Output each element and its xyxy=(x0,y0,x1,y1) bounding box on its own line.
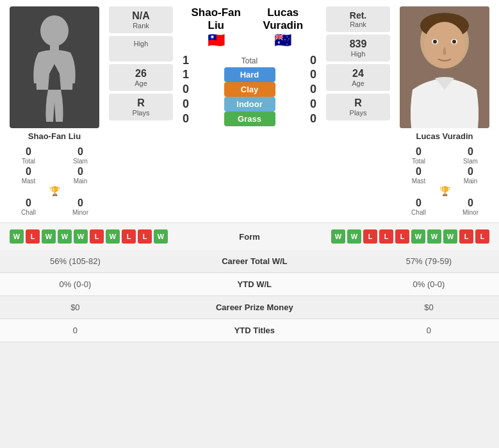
stat-chall-left: 0 Chall xyxy=(3,197,54,216)
comp-left-2: $0 xyxy=(0,296,151,319)
high-box-right: 839 High xyxy=(326,35,390,62)
indoor-button[interactable]: Indoor xyxy=(224,97,275,112)
rank-value-right: Ret. xyxy=(332,10,384,21)
stat-mast-right: 0 Mast xyxy=(393,166,444,185)
form-badge-right-4: L xyxy=(395,229,409,244)
high-value-right: 839 xyxy=(329,38,388,50)
indoor-score-row: 0 Indoor 0 xyxy=(176,97,323,112)
player-left-stats: 0 Total 0 Slam 0 Mast 0 Main 🏆 xyxy=(3,146,106,216)
form-badge-left-9: W xyxy=(154,229,168,244)
hard-button[interactable]: Hard xyxy=(224,67,275,82)
comp-right-3: 0 xyxy=(359,319,499,342)
hard-score-row: 1 Hard 0 xyxy=(176,67,323,82)
form-badge-right-2: L xyxy=(363,229,377,244)
stat-total-left: 0 Total xyxy=(3,146,54,165)
age-box-left: 26 Age xyxy=(109,64,173,91)
stat-minor-left: 0 Minor xyxy=(55,197,106,216)
left-player-name-header: Shao-Fan Liu xyxy=(183,6,250,32)
total-score-row: 1 Total 0 xyxy=(176,54,323,67)
stat-chall-value-right: 0 xyxy=(416,197,421,209)
comparison-table: 56% (105-82) Career Total W/L 57% (79-59… xyxy=(0,250,499,342)
form-badge-right-0: W xyxy=(331,229,345,244)
comp-left-3: 0 xyxy=(0,319,151,342)
high-box-left: High xyxy=(109,36,173,62)
clay-score-left: 0 xyxy=(176,83,195,96)
stat-main-right: 0 Main xyxy=(445,166,496,185)
rank-value-left: N/A xyxy=(111,10,170,22)
rank-label-right: Rank xyxy=(332,21,384,28)
clay-score-row: 0 Clay 0 xyxy=(176,82,323,97)
form-badge-right-6: W xyxy=(427,229,441,244)
comparison-row-3: 0 YTD Titles 0 xyxy=(0,319,499,342)
grass-button[interactable]: Grass xyxy=(224,112,275,126)
stat-main-value-left: 0 xyxy=(78,166,83,178)
stat-mast-value-right: 0 xyxy=(416,166,421,178)
stat-slam-value-left: 0 xyxy=(78,146,83,158)
center-scores: Shao-Fan Liu 🇹🇼 Lucas Vuradin 🇦🇺 1 Total… xyxy=(176,6,323,126)
stat-slam-label-left: Slam xyxy=(73,158,88,165)
stat-minor-label-right: Minor xyxy=(462,209,479,216)
svg-point-8 xyxy=(433,40,437,44)
clay-button[interactable]: Clay xyxy=(224,82,275,97)
stat-minor-value-right: 0 xyxy=(468,197,473,209)
comparison-row-2: $0 Career Prize Money $0 xyxy=(0,296,499,319)
player-info-left: N/A Rank High 26 Age R Plays xyxy=(106,6,176,120)
comp-label-0: Career Total W/L xyxy=(151,250,359,273)
stat-slam-left: 0 Slam xyxy=(55,146,106,165)
svg-point-0 xyxy=(40,15,69,46)
total-score-label: Total xyxy=(195,56,304,65)
form-badge-right-5: W xyxy=(411,229,425,244)
left-flag: 🇹🇼 xyxy=(183,32,250,49)
comparison-row-1: 0% (0-0) YTD W/L 0% (0-0) xyxy=(0,273,499,296)
grass-score-right: 0 xyxy=(304,112,323,126)
high-label-left: High xyxy=(111,40,170,47)
form-badge-left-3: W xyxy=(58,229,72,244)
svg-point-9 xyxy=(452,40,456,44)
comp-label-3: YTD Titles xyxy=(151,319,359,342)
right-name-header: Lucas Vuradin 🇦🇺 xyxy=(250,6,317,49)
right-photo-svg xyxy=(400,6,489,128)
form-label: Form xyxy=(231,232,269,242)
stat-slam-value-right: 0 xyxy=(468,146,473,158)
comp-right-0: 57% (79-59) xyxy=(359,250,499,273)
form-badge-right-1: W xyxy=(347,229,361,244)
form-badges-right: WWLLLWWWLL xyxy=(274,229,490,244)
comp-left-0: 56% (105-82) xyxy=(0,250,151,273)
right-flag: 🇦🇺 xyxy=(250,32,317,49)
silhouette-svg xyxy=(29,13,80,122)
form-badge-left-4: W xyxy=(74,229,88,244)
comp-label-2: Career Prize Money xyxy=(151,296,359,319)
comp-label-1: YTD W/L xyxy=(151,273,359,296)
player-left-photo xyxy=(10,6,99,128)
stat-chall-value-left: 0 xyxy=(26,197,31,209)
form-badge-right-3: L xyxy=(379,229,393,244)
form-badge-right-8: L xyxy=(459,229,473,244)
player-right-stats: 0 Total 0 Slam 0 Mast 0 Main 🏆 xyxy=(393,146,496,216)
top-section: Shao-Fan Liu 0 Total 0 Slam 0 Mast 0 Mai… xyxy=(0,0,499,222)
stat-main-label-left: Main xyxy=(74,178,88,185)
main-container: Shao-Fan Liu 0 Total 0 Slam 0 Mast 0 Mai… xyxy=(0,0,499,342)
comp-right-1: 0% (0-0) xyxy=(359,273,499,296)
stat-total-label-left: Total xyxy=(22,158,35,165)
high-label-right: High xyxy=(329,50,388,58)
player-info-right: Ret. Rank 839 High 24 Age R Plays xyxy=(323,6,393,120)
player-right-name: Lucas Vuradin xyxy=(416,131,473,141)
indoor-score-left: 0 xyxy=(176,97,195,111)
trophy-row-right: 🏆 xyxy=(393,186,496,196)
form-badge-left-6: W xyxy=(106,229,120,244)
stat-minor-label-left: Minor xyxy=(72,209,88,216)
stat-slam-label-right: Slam xyxy=(463,158,478,165)
form-badge-left-5: L xyxy=(90,229,104,244)
form-badge-left-1: L xyxy=(26,229,40,244)
form-badge-left-7: L xyxy=(122,229,136,244)
clay-score-right: 0 xyxy=(304,83,323,96)
trophy-icon-left: 🏆 xyxy=(49,186,60,196)
stat-minor-value-left: 0 xyxy=(78,197,83,209)
plays-value-right: R xyxy=(329,97,388,109)
form-badges-left: WLWWWLWLLW xyxy=(10,229,225,244)
stat-total-right: 0 Total xyxy=(393,146,444,165)
stat-mast-label-left: Mast xyxy=(22,178,36,185)
indoor-score-right: 0 xyxy=(304,97,323,111)
player-right-photo xyxy=(400,6,489,128)
rank-box-right: Ret. Rank xyxy=(326,6,390,32)
